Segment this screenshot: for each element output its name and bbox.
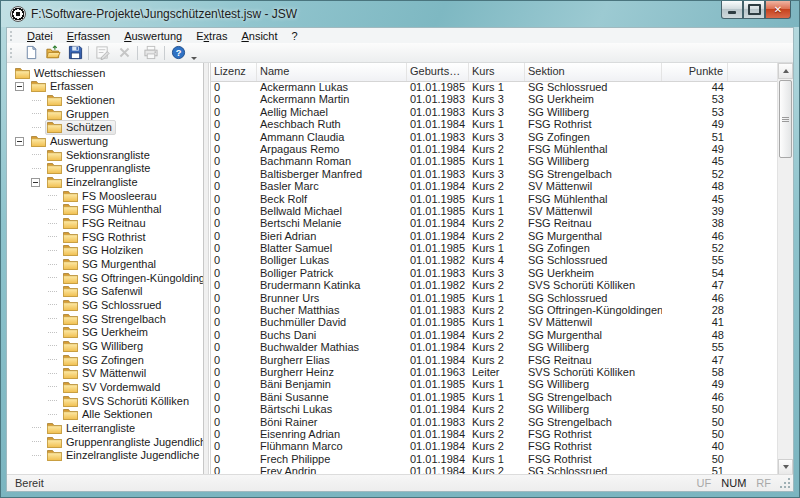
- menu-auswertung[interactable]: Auswertung: [117, 29, 189, 43]
- tree-item[interactable]: FSG Reitnau: [7, 216, 203, 230]
- tree-item[interactable]: Leiterrangliste: [7, 421, 203, 435]
- table-row[interactable]: 0 Bolliger Patrick 01.01.1983 Kurs 3 SG …: [211, 267, 777, 279]
- minimize-button[interactable]: [721, 1, 743, 19]
- close-button[interactable]: ✕: [765, 1, 791, 19]
- resize-grip[interactable]: [779, 477, 791, 489]
- tree-expand-toggle[interactable]: [46, 339, 61, 352]
- tree-item[interactable]: Auswertung: [7, 134, 203, 148]
- maximize-button[interactable]: [743, 1, 765, 19]
- table-row[interactable]: 0 Buchs Dani 01.01.1984 Kurs 2 SG Murgen…: [211, 329, 777, 341]
- column-header-geburtsdatum[interactable]: Geburtsdat...: [407, 63, 469, 81]
- tree-expand-toggle[interactable]: [30, 94, 45, 107]
- tree-expand-toggle[interactable]: [14, 135, 29, 148]
- tree-item[interactable]: SG Safenwil: [7, 285, 203, 299]
- table-row[interactable]: 0 Ackermann Lukas 01.01.1985 Kurs 1 SG S…: [211, 81, 777, 93]
- tree-item[interactable]: SG Holziken: [7, 244, 203, 258]
- tree-expand-toggle[interactable]: [46, 271, 61, 284]
- print-button[interactable]: [140, 44, 162, 61]
- edit-button[interactable]: [91, 44, 113, 61]
- open-file-button[interactable]: [42, 44, 64, 61]
- tree-item[interactable]: Einzelrangliste: [7, 175, 203, 189]
- tree-expand-toggle[interactable]: [46, 326, 61, 339]
- menubar-grip[interactable]: [10, 31, 15, 41]
- table-row[interactable]: 0 Flühmann Marco 01.01.1984 Kurs 2 FSG R…: [211, 440, 777, 452]
- table-row[interactable]: 0 Baltisberger Manfred 01.01.1983 Kurs 3…: [211, 168, 777, 180]
- tree-expand-toggle[interactable]: [46, 244, 61, 257]
- table-row[interactable]: 0 Ackermann Martin 01.01.1983 Kurs 3 SG …: [211, 93, 777, 105]
- tree-item[interactable]: SG Strengelbach: [7, 312, 203, 326]
- scroll-up-button[interactable]: [778, 63, 793, 79]
- table-row[interactable]: 0 Bäni Benjamin 01.01.1985 Kurs 1 SG Wil…: [211, 378, 777, 390]
- save-button[interactable]: [64, 44, 86, 61]
- table-row[interactable]: 0 Blatter Samuel 01.01.1985 Kurs 1 SG Zo…: [211, 242, 777, 254]
- tree-item[interactable]: SG Oftringen-Küngoldingen: [7, 271, 203, 285]
- tree-expand-toggle[interactable]: [46, 230, 61, 243]
- tree-item[interactable]: SG Murgenthal: [7, 257, 203, 271]
- tree-item[interactable]: SV Mättenwil: [7, 366, 203, 380]
- tree-expand-toggle[interactable]: [46, 367, 61, 380]
- tree-item[interactable]: Sektionen: [7, 93, 203, 107]
- tree-item[interactable]: Alle Sektionen: [7, 407, 203, 421]
- delete-button[interactable]: [113, 44, 135, 61]
- table-row[interactable]: 0 Brunner Urs 01.01.1985 Kurs 1 SG Schlo…: [211, 292, 777, 304]
- tree-item[interactable]: SVS Schorüti Kölliken: [7, 394, 203, 408]
- scrollbar-thumb[interactable]: [779, 80, 792, 158]
- table-row[interactable]: 0 Böni Rainer 01.01.1983 Kurs 2 SG Stren…: [211, 416, 777, 428]
- table-row[interactable]: 0 Eisenring Adrian 01.01.1984 Kurs 2 FSG…: [211, 428, 777, 440]
- tree-expand-toggle[interactable]: [30, 176, 45, 189]
- tree-item[interactable]: FSG Rothrist: [7, 230, 203, 244]
- tree-expand-toggle[interactable]: [14, 80, 29, 93]
- tree-item[interactable]: FSG Mühlenthal: [7, 203, 203, 217]
- tree-item[interactable]: SV Vordemwald: [7, 380, 203, 394]
- tree-expand-toggle[interactable]: [30, 107, 45, 120]
- table-row[interactable]: 0 Bachmann Roman 01.01.1985 Kurs 1 SG Wi…: [211, 155, 777, 167]
- table-row[interactable]: 0 Brudermann Katinka 01.01.1982 Kurs 2 S…: [211, 279, 777, 291]
- tree-item[interactable]: Wettschiessen: [7, 66, 203, 80]
- column-header-sektion[interactable]: Sektion: [525, 63, 662, 81]
- tree-expand-toggle[interactable]: [30, 148, 45, 161]
- vertical-scrollbar[interactable]: [777, 63, 793, 475]
- column-header-punkte[interactable]: Punkte: [662, 63, 728, 81]
- tree-item[interactable]: Sektionsrangliste: [7, 148, 203, 162]
- table-row[interactable]: 0 Bolliger Lukas 01.01.1982 Kurs 4 SG Sc…: [211, 254, 777, 266]
- table-row[interactable]: 0 Buchwalder Mathias 01.01.1984 Kurs 2 S…: [211, 341, 777, 353]
- tree-expand-toggle[interactable]: [46, 394, 61, 407]
- tree-item[interactable]: Einzelrangliste Jugendliche: [7, 448, 203, 462]
- tree-item[interactable]: Erfassen: [7, 80, 203, 94]
- tree-expand-toggle[interactable]: [46, 217, 61, 230]
- tree-item[interactable]: Gruppenrangliste Jugendliche: [7, 435, 203, 449]
- tree-item[interactable]: SG Schlossrued: [7, 298, 203, 312]
- menu-datei[interactable]: Datei: [20, 29, 60, 43]
- table-row[interactable]: 0 Arpagaus Remo 01.01.1984 Kurs 2 FSG Mü…: [211, 143, 777, 155]
- tree-item[interactable]: SG Williberg: [7, 339, 203, 353]
- menu-extras[interactable]: Extras: [189, 29, 234, 43]
- toolbar-grip[interactable]: [10, 48, 15, 58]
- table-row[interactable]: 0 Buchmüller David 01.01.1985 Kurs 1 SV …: [211, 316, 777, 328]
- tree-expand-toggle[interactable]: [46, 285, 61, 298]
- table-row[interactable]: 0 Aellig Michael 01.01.1983 Kurs 3 SG Wi…: [211, 106, 777, 118]
- table-row[interactable]: 0 Basler Marc 01.01.1984 Kurs 2 SV Mätte…: [211, 180, 777, 192]
- tree-item[interactable]: Gruppenrangliste: [7, 162, 203, 176]
- table-row[interactable]: 0 Burgherr Elias 01.01.1984 Kurs 2 FSG R…: [211, 354, 777, 366]
- table-row[interactable]: 0 Aeschbach Ruth 01.01.1984 Kurs 1 FSG R…: [211, 118, 777, 130]
- table-row[interactable]: 0 Bäni Susanne 01.01.1985 Kurs 1 SG Stre…: [211, 391, 777, 403]
- tree-expand-toggle[interactable]: [30, 421, 45, 434]
- table-row[interactable]: 0 Bertschi Melanie 01.01.1984 Kurs 2 FSG…: [211, 217, 777, 229]
- table-row[interactable]: 0 Ammann Claudia 01.01.1983 Kurs 3 SG Zo…: [211, 131, 777, 143]
- tree-item[interactable]: FS Moosleerau: [7, 189, 203, 203]
- table-row[interactable]: 0 Bieri Adrian 01.01.1984 Kurs 2 SG Murg…: [211, 230, 777, 242]
- help-button[interactable]: ?: [167, 44, 189, 61]
- tree-expand-toggle[interactable]: [46, 353, 61, 366]
- tree-expand-toggle[interactable]: [30, 121, 45, 134]
- table-row[interactable]: 0 Bucher Matthias 01.01.1983 Kurs 2 SG O…: [211, 304, 777, 316]
- column-header-name[interactable]: Name: [257, 63, 407, 81]
- table-row[interactable]: 0 Burgherr Heinz 01.01.1963 Leiter SVS S…: [211, 366, 777, 378]
- tree-expand-toggle[interactable]: [30, 435, 45, 448]
- menu-help[interactable]: ?: [285, 29, 305, 43]
- tree-item[interactable]: Schützen: [7, 121, 203, 135]
- tree-item[interactable]: SG Uerkheim: [7, 325, 203, 339]
- menu-ansicht[interactable]: Ansicht: [234, 29, 284, 43]
- toolbar-overflow-button[interactable]: [189, 43, 198, 63]
- table-row[interactable]: 0 Beck Rolf 01.01.1985 Kurs 1 FSG Mühlen…: [211, 193, 777, 205]
- tree-expand-toggle[interactable]: [46, 312, 61, 325]
